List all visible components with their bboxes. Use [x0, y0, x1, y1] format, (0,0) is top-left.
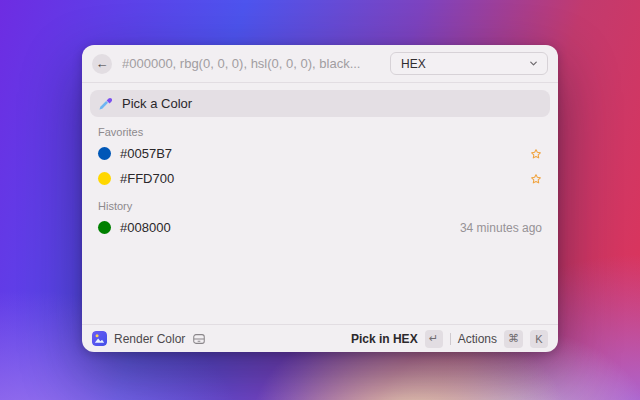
footer-divider — [450, 333, 451, 345]
star-icon[interactable] — [530, 173, 542, 185]
color-picker-window: ← #000000, rbg(0, 0, 0), hsl(0, 0, 0), b… — [82, 45, 558, 352]
return-key-icon: ↵ — [425, 330, 443, 348]
status-bar: Render Color Pick in HEX ↵ Actions ⌘ K — [82, 324, 558, 352]
eyedropper-icon — [98, 96, 113, 111]
color-swatch — [98, 172, 111, 185]
list-item-favorite-blue[interactable]: #0057B7 — [90, 141, 550, 166]
results-list: Pick a Color Favorites #0057B7 #FFD700 H… — [82, 83, 558, 324]
list-item-label: Pick a Color — [122, 96, 192, 111]
format-dropdown-value: HEX — [401, 57, 426, 71]
list-item-label: #0057B7 — [120, 146, 521, 161]
search-header: ← #000000, rbg(0, 0, 0), hsl(0, 0, 0), b… — [82, 45, 558, 83]
desktop-wallpaper: { "window": { "header": { "back_icon": "… — [0, 0, 640, 400]
extension-icon — [92, 331, 107, 346]
back-arrow-icon: ← — [96, 57, 109, 70]
timestamp: 34 minutes ago — [460, 221, 542, 235]
format-dropdown[interactable]: HEX — [390, 52, 548, 75]
list-item-label: #008000 — [120, 220, 451, 235]
list-item-label: #FFD700 — [120, 171, 521, 186]
section-title-history: History — [98, 200, 542, 212]
primary-action-button[interactable]: Pick in HEX — [351, 332, 418, 346]
list-item-pick-a-color[interactable]: Pick a Color — [90, 90, 550, 117]
color-swatch — [98, 147, 111, 160]
section-title-favorites: Favorites — [98, 126, 542, 138]
command-name: Render Color — [114, 332, 185, 346]
k-key-icon: K — [530, 330, 548, 348]
color-swatch — [98, 221, 111, 234]
list-item-history-green[interactable]: #008000 34 minutes ago — [90, 215, 550, 240]
chevron-down-icon — [528, 58, 539, 69]
search-input[interactable]: #000000, rbg(0, 0, 0), hsl(0, 0, 0), bla… — [122, 56, 380, 71]
footer-actions: Pick in HEX ↵ Actions ⌘ K — [351, 330, 548, 348]
printer-icon — [192, 332, 206, 346]
list-item-favorite-yellow[interactable]: #FFD700 — [90, 166, 550, 191]
back-button[interactable]: ← — [92, 54, 112, 74]
actions-menu-button[interactable]: Actions — [458, 332, 497, 346]
star-icon[interactable] — [530, 148, 542, 160]
command-key-icon: ⌘ — [504, 330, 523, 348]
